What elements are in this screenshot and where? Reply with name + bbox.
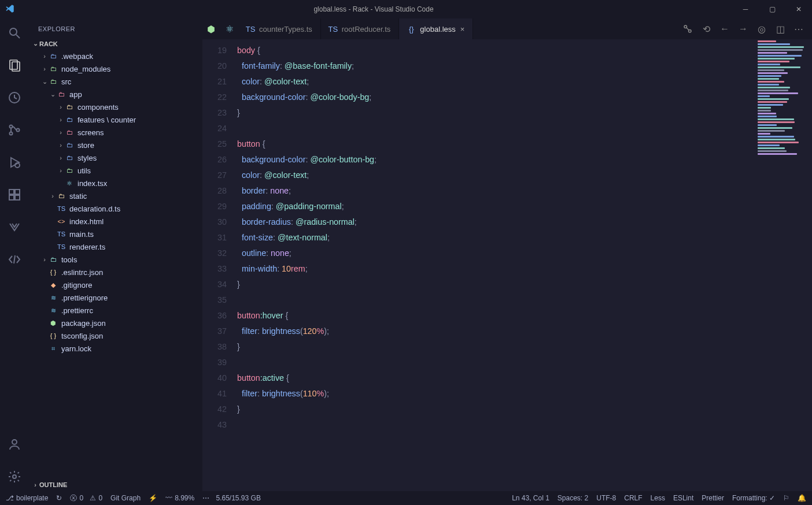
tree-item[interactable]: ›🗀utils	[29, 164, 202, 177]
accounts-icon[interactable]	[0, 435, 29, 454]
compare-icon[interactable]	[682, 24, 693, 34]
folder-icon: 🗀	[49, 77, 58, 86]
feedback-icon[interactable]: ⚐	[783, 494, 789, 502]
editor-tab[interactable]: {}global.less×	[399, 18, 473, 39]
settings-gear-icon[interactable]	[0, 467, 29, 487]
tree-item-label: .gitignore	[61, 281, 92, 289]
debug-alt-icon[interactable]	[0, 88, 29, 107]
tree-item[interactable]: ⚛index.tsx	[29, 177, 202, 190]
tree-item[interactable]: TSmain.ts	[29, 228, 202, 240]
tree-root[interactable]: ⌄ RACK	[29, 39, 202, 49]
react-extension-icon[interactable]: ⚛	[224, 24, 235, 35]
chevron-right-icon: ›	[57, 167, 65, 174]
prettier-status[interactable]: Prettier	[702, 494, 724, 502]
tree-item[interactable]: ›🗀features \ counter	[29, 113, 202, 126]
tree-item-label: tsconfig.json	[61, 332, 103, 340]
pr-icon: ≋	[49, 306, 58, 315]
maximize-button[interactable]: ▢	[759, 0, 785, 18]
svg-rect-12	[9, 195, 14, 200]
search-icon[interactable]	[0, 23, 29, 43]
tree-item[interactable]: TSrenderer.ts	[29, 240, 202, 253]
bell-icon[interactable]: 🔔	[798, 494, 806, 502]
tree-item[interactable]: ≋.prettierignore	[29, 291, 202, 304]
vs-brand-icon[interactable]	[0, 217, 29, 237]
sync-button[interactable]: ↻	[56, 494, 62, 502]
tree-item-label: src	[61, 77, 71, 86]
mem-usage[interactable]: ⋯ 5.65/15.93 GB	[202, 494, 261, 502]
ts-icon: TS	[57, 242, 66, 251]
title-bar: global.less - Rack - Visual Studio Code …	[0, 0, 812, 18]
editor-tab[interactable]: TSrootReducer.ts	[321, 18, 400, 39]
more-actions-icon[interactable]: ⋯	[793, 24, 804, 34]
close-icon[interactable]: ×	[460, 25, 465, 34]
formatting-status[interactable]: Formatting: ✓	[732, 494, 775, 502]
line-gutter: 1920212223242526272829303132333435363738…	[202, 39, 237, 491]
folder-icon: 🗀	[65, 153, 74, 162]
tree-item[interactable]: ≋.prettierrc	[29, 304, 202, 317]
folder-icon: 🗀	[65, 102, 74, 112]
arrow-right-icon[interactable]: →	[738, 24, 748, 34]
target-icon[interactable]: ◎	[756, 24, 767, 34]
eslint-status[interactable]: ESLint	[673, 494, 693, 502]
indent[interactable]: Spaces: 2	[558, 494, 588, 502]
tab-label: global.less	[420, 25, 455, 34]
editor-body[interactable]: 1920212223242526272829303132333435363738…	[202, 39, 812, 491]
tree-item[interactable]: ⌄🗀src	[29, 75, 202, 88]
tree-item[interactable]: TSdeclaration.d.ts	[29, 202, 202, 215]
tree-item[interactable]: { }tsconfig.json	[29, 329, 202, 342]
extensions-icon[interactable]	[0, 185, 29, 205]
tree-item[interactable]: ›🗀static	[29, 190, 202, 202]
minimize-button[interactable]: ─	[732, 0, 759, 18]
run-debug-icon[interactable]	[0, 153, 29, 172]
problems[interactable]: ⓧ0 ⚠0	[70, 493, 102, 503]
minimap[interactable]	[754, 39, 812, 155]
tree-item[interactable]: <>index.html	[29, 215, 202, 228]
tree-item[interactable]: ◆.gitignore	[29, 279, 202, 291]
tree-item[interactable]: ›🗀tools	[29, 253, 202, 266]
tree-item-label: package.json	[61, 319, 106, 328]
error-icon: ⓧ	[70, 493, 77, 503]
source-control-icon[interactable]	[0, 120, 29, 140]
eol[interactable]: CRLF	[624, 494, 642, 502]
chevron-right-icon: ›	[49, 192, 57, 199]
folder-icon: 🗀	[49, 64, 58, 73]
outline-section[interactable]: › OUTLINE	[29, 478, 202, 491]
tree-item[interactable]: ›🗀node_modules	[29, 62, 202, 75]
chevron-right-icon: ›	[57, 103, 65, 110]
file-tree: ›🗀.webpack›🗀node_modules⌄🗀src⌄🗀app›🗀comp…	[29, 49, 202, 478]
tree-item[interactable]: ›🗀components	[29, 101, 202, 113]
chevron-down-icon: ⌄	[31, 40, 39, 47]
language-mode[interactable]: Less	[651, 494, 665, 502]
svg-point-16	[13, 475, 16, 478]
tree-item[interactable]: ›🗀store	[29, 139, 202, 151]
editor-tab[interactable]: TScounterTypes.ts	[238, 18, 321, 39]
git-branch[interactable]: ⎇boilerplate	[6, 494, 48, 502]
split-editor-icon[interactable]: ◫	[775, 24, 785, 34]
lightning-icon[interactable]: ⚡	[149, 494, 157, 502]
encoding[interactable]: UTF-8	[596, 494, 616, 502]
tree-item-label: utils	[77, 166, 91, 175]
explorer-icon[interactable]	[0, 55, 29, 75]
go-back-icon[interactable]: ⟲	[701, 24, 711, 34]
close-button[interactable]: ✕	[785, 0, 812, 18]
node-extension-icon[interactable]: ⬢	[206, 24, 216, 35]
folder-icon: 🗀	[65, 128, 74, 137]
tab-label: rootReducer.ts	[342, 25, 391, 34]
tree-item[interactable]: ›🗀styles	[29, 151, 202, 164]
tree-item[interactable]: ›🗀.webpack	[29, 50, 202, 62]
cursor-position[interactable]: Ln 43, Col 1	[512, 494, 549, 502]
tree-root-label: RACK	[39, 40, 58, 47]
code-tag-icon[interactable]	[0, 250, 29, 269]
tree-item[interactable]: { }.eslintrc.json	[29, 266, 202, 279]
code-content[interactable]: body { font-family: @base-font-family; c…	[237, 39, 812, 491]
tree-item[interactable]: ⌗yarn.lock	[29, 342, 202, 355]
chevron-right-icon: ›	[40, 65, 49, 72]
tree-item[interactable]: ⬢package.json	[29, 317, 202, 329]
arrow-left-icon[interactable]: ←	[719, 24, 730, 34]
chevron-right-icon: ›	[57, 142, 65, 148]
cpu-usage[interactable]: 〰8.99%	[165, 494, 194, 502]
tree-item[interactable]: ›🗀screens	[29, 126, 202, 139]
tree-item-label: index.tsx	[77, 179, 107, 188]
tree-item[interactable]: ⌄🗀app	[29, 88, 202, 101]
git-graph[interactable]: Git Graph	[110, 494, 141, 502]
